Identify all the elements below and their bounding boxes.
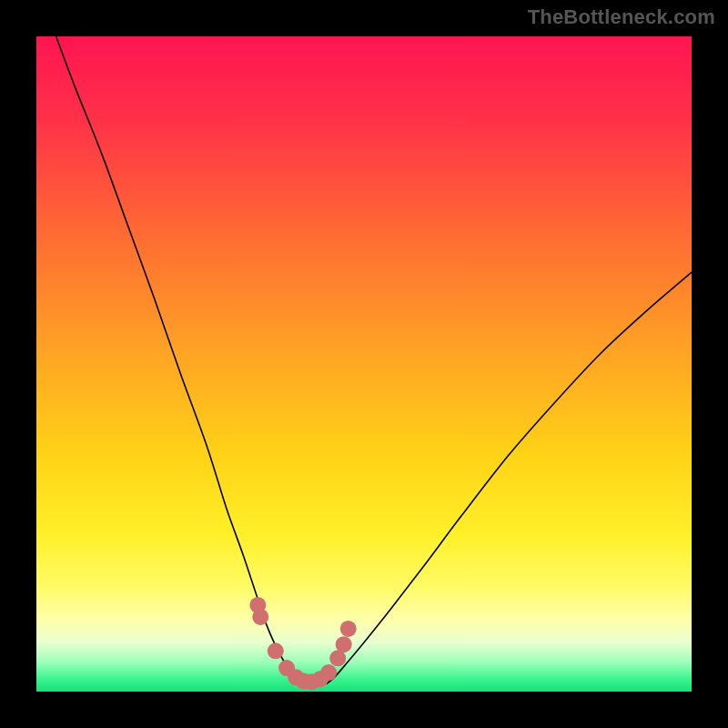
data-dot [252,609,268,625]
plot-area [36,36,692,692]
data-dot [320,664,337,681]
data-dot [268,642,284,659]
series-dots [249,597,356,690]
curve-left-curve [56,36,297,683]
series-lines [56,36,692,683]
watermark-text: TheBottleneck.com [528,5,715,29]
data-dot [340,621,357,637]
chart-svg [36,36,692,692]
chart-frame: TheBottleneck.com [0,0,728,728]
curve-right-curve [327,272,692,683]
data-dot [336,636,352,652]
